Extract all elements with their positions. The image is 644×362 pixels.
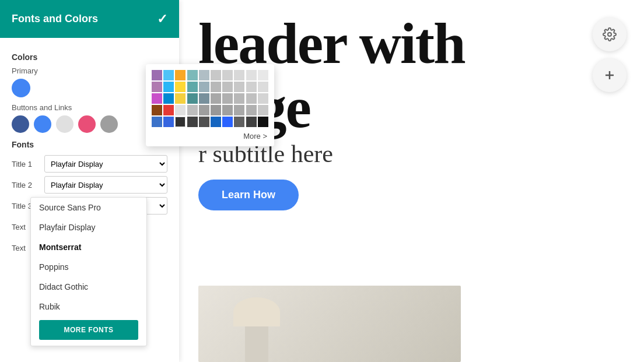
color-cell[interactable] bbox=[211, 117, 221, 127]
color-cell[interactable] bbox=[163, 105, 174, 115]
dropdown-item-didact[interactable]: Didact Gothic bbox=[31, 277, 146, 297]
font-dropdown-menu: Source Sans Pro Playfair Display Montser… bbox=[30, 197, 147, 346]
color-cell[interactable] bbox=[222, 70, 233, 80]
color-cell[interactable] bbox=[258, 70, 268, 80]
color-cell[interactable] bbox=[222, 82, 233, 92]
color-cell[interactable] bbox=[152, 105, 162, 115]
swatch-blue[interactable] bbox=[34, 115, 51, 133]
color-cell[interactable] bbox=[258, 117, 268, 127]
color-cell[interactable] bbox=[246, 70, 257, 80]
swatch-dark-blue[interactable] bbox=[12, 115, 29, 133]
color-cell[interactable] bbox=[246, 93, 257, 104]
add-button[interactable] bbox=[593, 58, 626, 92]
color-cell[interactable] bbox=[175, 117, 186, 127]
sidebar-header: Fonts and Colors ✓ bbox=[0, 0, 179, 38]
color-picker-popup: More > bbox=[146, 64, 274, 146]
color-cell[interactable] bbox=[175, 93, 186, 104]
settings-button[interactable] bbox=[593, 17, 626, 51]
color-cell[interactable] bbox=[187, 117, 198, 127]
color-cell[interactable] bbox=[175, 82, 186, 92]
plus-icon bbox=[603, 68, 617, 82]
color-cell[interactable] bbox=[152, 82, 162, 92]
font-label-title2: Title 2 bbox=[12, 181, 40, 189]
color-cell[interactable] bbox=[187, 82, 198, 92]
font-row-title1: Title 1 Playfair Display bbox=[12, 155, 167, 173]
color-cell[interactable] bbox=[246, 105, 257, 115]
color-cell[interactable] bbox=[187, 93, 198, 104]
dropdown-item-rubik[interactable]: Rubik bbox=[31, 297, 146, 317]
color-cell[interactable] bbox=[175, 70, 186, 80]
color-cell[interactable] bbox=[246, 82, 257, 92]
color-cell[interactable] bbox=[187, 70, 198, 80]
dropdown-item-montserrat[interactable]: Montserrat bbox=[31, 237, 146, 257]
buttons-links-label: Buttons and Links bbox=[12, 103, 167, 112]
color-cell[interactable] bbox=[258, 105, 268, 115]
color-grid bbox=[152, 70, 268, 127]
check-icon[interactable]: ✓ bbox=[157, 12, 167, 27]
color-cell[interactable] bbox=[187, 105, 198, 115]
dropdown-item-source-sans[interactable]: Source Sans Pro bbox=[31, 198, 146, 217]
color-cell[interactable] bbox=[222, 117, 233, 127]
color-cell[interactable] bbox=[258, 93, 268, 104]
hero-image bbox=[198, 286, 461, 362]
fonts-section-label: Fonts bbox=[12, 140, 167, 149]
color-cell[interactable] bbox=[211, 93, 221, 104]
font-select-title1[interactable]: Playfair Display bbox=[44, 155, 167, 173]
font-select-title2[interactable]: Playfair Display bbox=[44, 176, 167, 194]
more-fonts-button[interactable]: MORE FONTS bbox=[39, 320, 138, 340]
color-cell[interactable] bbox=[163, 117, 174, 127]
color-cell[interactable] bbox=[152, 117, 162, 127]
gear-icon bbox=[603, 27, 617, 41]
color-cell[interactable] bbox=[222, 93, 233, 104]
dropdown-item-playfair[interactable]: Playfair Display bbox=[31, 217, 146, 237]
color-cell[interactable] bbox=[211, 105, 221, 115]
primary-color-swatch[interactable] bbox=[12, 79, 30, 97]
swatch-light-gray[interactable] bbox=[56, 115, 74, 133]
color-cell[interactable] bbox=[163, 93, 174, 104]
color-cell[interactable] bbox=[211, 82, 221, 92]
svg-point-0 bbox=[608, 33, 611, 36]
color-cell[interactable] bbox=[234, 93, 244, 104]
color-cell[interactable] bbox=[234, 105, 244, 115]
color-cell[interactable] bbox=[163, 70, 174, 80]
color-cell[interactable] bbox=[152, 93, 162, 104]
color-cell[interactable] bbox=[175, 105, 186, 115]
font-row-title2: Title 2 Playfair Display bbox=[12, 176, 167, 194]
dropdown-item-poppins[interactable]: Poppins bbox=[31, 257, 146, 277]
color-cell[interactable] bbox=[152, 70, 162, 80]
color-cell[interactable] bbox=[199, 93, 209, 104]
primary-label: Primary bbox=[12, 66, 167, 75]
color-cell[interactable] bbox=[258, 82, 268, 92]
color-cell[interactable] bbox=[199, 117, 209, 127]
font-label-title1: Title 1 bbox=[12, 160, 40, 168]
learn-how-button[interactable]: Learn How bbox=[198, 180, 299, 210]
color-cell[interactable] bbox=[234, 82, 244, 92]
color-cell[interactable] bbox=[222, 105, 233, 115]
color-cell[interactable] bbox=[163, 82, 174, 92]
color-swatches-row bbox=[12, 115, 167, 133]
panel-title: Fonts and Colors bbox=[12, 13, 98, 25]
color-cell[interactable] bbox=[234, 70, 244, 80]
swatch-pink[interactable] bbox=[78, 115, 96, 133]
color-picker-more[interactable]: More > bbox=[152, 132, 268, 140]
colors-section-label: Colors bbox=[12, 52, 167, 62]
color-cell[interactable] bbox=[199, 82, 209, 92]
color-cell[interactable] bbox=[211, 70, 221, 80]
color-cell[interactable] bbox=[199, 105, 209, 115]
color-cell[interactable] bbox=[199, 70, 209, 80]
color-cell[interactable] bbox=[246, 117, 257, 127]
color-cell[interactable] bbox=[234, 117, 244, 127]
swatch-gray[interactable] bbox=[100, 115, 118, 133]
